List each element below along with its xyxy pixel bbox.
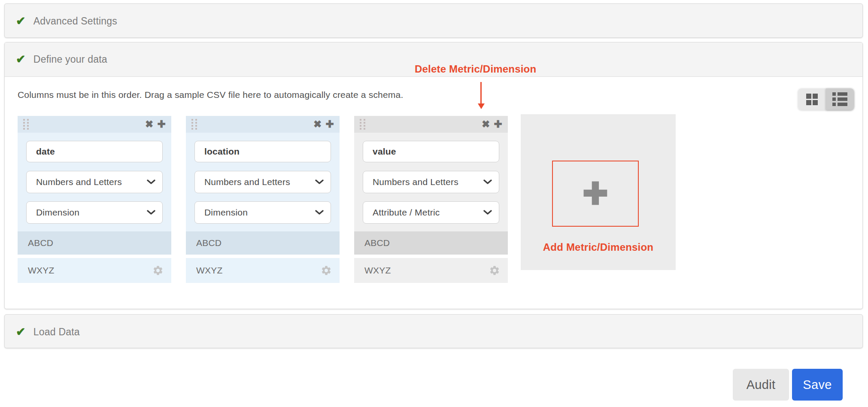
delete-column-icon[interactable]: ✖ [313,119,322,129]
column-role-select[interactable]: Attribute / Metric [363,201,499,224]
view-toggle-group [798,88,854,110]
column-card-body: Numbers and Letters Dimension [18,133,171,231]
delete-annotation-label: Delete Metric/Dimension [415,63,536,75]
sample-value: WXYZ [196,265,222,276]
check-icon: ✔ [16,54,26,65]
panel-title: Define your data [33,54,107,65]
column-card-header: ✖ ✚ [186,116,340,133]
grid-view-icon [806,94,818,105]
column-type-select[interactable]: Numbers and Letters [194,171,331,193]
add-column-button[interactable]: ✚ [552,161,639,227]
sample-row: WXYZ [18,258,171,283]
column-role-select[interactable]: Dimension [194,201,331,224]
gear-icon[interactable] [489,265,500,276]
drag-handle-icon[interactable] [23,119,29,130]
sample-row: ABCD [186,231,340,255]
grid-view-button[interactable] [798,88,826,110]
add-column-icon[interactable]: ✚ [158,119,166,129]
list-view-button[interactable] [826,88,854,110]
chevron-down-icon [315,210,324,215]
column-card-body: Numbers and Letters Dimension [186,133,340,231]
delete-column-icon[interactable]: ✖ [145,119,153,129]
advanced-settings-panel[interactable]: ✔ Advanced Settings [4,3,863,38]
drag-handle-icon[interactable] [191,119,197,130]
sample-value: WXYZ [364,265,391,276]
instruction-text: Columns must be in this order. Drag a sa… [18,90,403,100]
save-button[interactable]: Save [792,369,843,401]
audit-button[interactable]: Audit [733,369,789,401]
load-data-header[interactable]: ✔ Load Data [5,315,862,349]
column-type-select[interactable]: Numbers and Letters [363,171,499,193]
add-column-icon[interactable]: ✚ [494,119,502,129]
check-icon: ✔ [16,326,26,338]
sample-row: ABCD [354,231,508,255]
gear-icon[interactable] [321,265,332,276]
sample-row: WXYZ [354,258,508,283]
chevron-down-icon [315,179,324,185]
panel-title: Advanced Settings [33,15,117,27]
delete-column-icon[interactable]: ✖ [482,119,490,129]
select-value: Numbers and Letters [204,177,290,187]
gear-icon[interactable] [152,265,164,276]
column-card-body: Numbers and Letters Attribute / Metric [354,133,508,231]
column-name-input[interactable] [26,141,163,162]
plus-icon: ✚ [583,178,609,209]
chevron-down-icon [483,179,492,185]
column-type-select[interactable]: Numbers and Letters [26,171,163,193]
select-value: Dimension [36,207,79,218]
column-role-select[interactable]: Dimension [26,201,163,224]
select-value: Attribute / Metric [373,207,440,218]
add-annotation-label: Add Metric/Dimension [521,241,676,253]
column-card-value: ✖ ✚ Numbers and Letters Attribute / Metr… [354,116,508,283]
delete-annotation-arrow [480,82,482,103]
chevron-down-icon [147,179,155,185]
column-name-input[interactable] [194,141,331,162]
sample-value: ABCD [364,238,390,248]
sample-value: WXYZ [28,265,54,276]
select-value: Numbers and Letters [36,177,122,187]
column-card-header: ✖ ✚ [354,116,508,133]
column-card-location: ✖ ✚ Numbers and Letters Dimension ABCD W… [186,116,340,283]
sample-value: ABCD [196,238,222,248]
column-card-date: ✖ ✚ Numbers and Letters Dimension ABCD W… [18,116,171,283]
sample-value: ABCD [28,238,53,248]
arrow-head [478,103,485,109]
define-data-panel: ✔ Define your data Delete Metric/Dimensi… [4,42,863,309]
select-value: Numbers and Letters [373,177,458,187]
sample-row: WXYZ [186,258,340,283]
column-card-header: ✖ ✚ [18,116,171,133]
load-data-panel[interactable]: ✔ Load Data [4,314,863,348]
column-name-input[interactable] [363,141,499,162]
schema-builder-page: ✔ Advanced Settings ✔ Define your data D… [0,0,868,407]
add-column-area: ✚ Add Metric/Dimension [521,114,676,270]
chevron-down-icon [483,210,492,215]
check-icon: ✔ [16,15,26,27]
list-view-icon [832,92,847,106]
sample-row: ABCD [18,231,171,255]
advanced-settings-header[interactable]: ✔ Advanced Settings [5,4,862,38]
chevron-down-icon [147,210,155,215]
drag-handle-icon[interactable] [360,119,365,130]
select-value: Dimension [204,207,248,218]
panel-title: Load Data [33,326,80,338]
add-column-icon[interactable]: ✚ [326,119,334,129]
